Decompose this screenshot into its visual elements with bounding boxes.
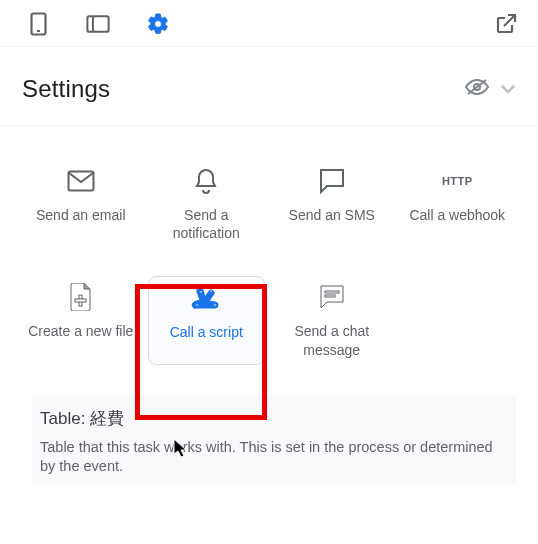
table-info-box: Table: 経費 Table that this task works wit… [32,395,516,485]
settings-header: Settings [0,47,538,126]
bell-icon [191,166,221,196]
tile-label: Create a new file [28,322,133,340]
tile-label: Send a chat message [277,322,387,358]
tile-send-notification[interactable]: Send a notification [148,160,266,248]
open-external-icon[interactable] [494,12,518,36]
svg-rect-14 [325,295,335,297]
chevron-down-icon[interactable] [500,80,516,98]
http-icon: HTTP [442,166,472,196]
email-icon [66,166,96,196]
mobile-icon[interactable] [26,12,50,36]
page-title: Settings [22,75,110,103]
settings-gear-icon[interactable] [146,12,170,36]
tile-label: Call a webhook [409,206,505,224]
chat-message-icon [317,282,347,312]
svg-rect-2 [87,16,108,32]
svg-rect-13 [325,291,339,293]
svg-point-11 [210,290,213,293]
table-info-title: Table: 経費 [40,407,508,430]
svg-point-10 [200,291,203,294]
tile-label: Send an email [36,206,126,224]
tile-label: Send a notification [152,206,262,242]
tile-call-script[interactable]: Call a script [148,276,266,364]
apps-script-icon [191,283,221,313]
tile-call-webhook[interactable]: HTTP Call a webhook [399,160,517,248]
file-plus-icon [66,282,96,312]
top-toolbar [0,0,538,47]
svg-point-12 [214,304,217,307]
visibility-off-icon[interactable] [464,77,490,101]
svg-rect-8 [75,299,86,302]
svg-point-9 [196,304,199,307]
tile-label: Call a script [170,323,243,341]
task-type-grid: Send an email Send a notification Send a… [0,126,538,383]
chat-bubble-icon [317,166,347,196]
tile-send-email[interactable]: Send an email [22,160,140,248]
tile-label: Send an SMS [289,206,375,224]
tile-create-file[interactable]: Create a new file [22,276,140,364]
table-info-description: Table that this task works with. This is… [40,438,508,477]
tablet-icon[interactable] [86,12,110,36]
tile-send-sms[interactable]: Send an SMS [273,160,391,248]
tile-send-chat[interactable]: Send a chat message [273,276,391,364]
